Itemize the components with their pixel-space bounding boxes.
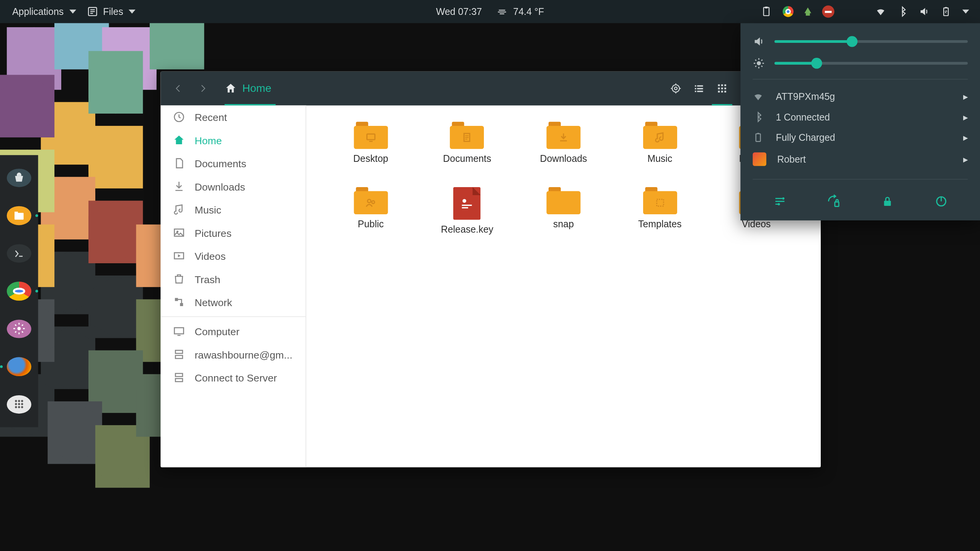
dock-app-grid[interactable] [7,395,31,414]
lock-button[interactable] [877,192,897,211]
clock[interactable]: Wed 07:37 [436,6,482,17]
applications-menu[interactable]: Applications [12,6,76,17]
volume-slider-row [753,35,968,47]
file-item[interactable]: Downloads [515,122,612,187]
sidebar-item-downloads[interactable]: Downloads [161,175,306,198]
sidebar-item-pictures[interactable]: Pictures [161,221,306,244]
svg-point-13 [18,400,20,402]
svg-point-15 [15,403,17,405]
image-icon [173,227,185,239]
list-view-button[interactable] [688,77,710,100]
file-item[interactable]: Documents [419,122,515,187]
sidebar-item-trash[interactable]: Trash [161,267,306,290]
settings-button[interactable] [770,192,789,211]
file-item[interactable]: snap [515,187,612,253]
file-item[interactable]: Public [323,187,419,253]
file-item[interactable]: Release.key [419,187,515,253]
file-manager-window: Home Recent Home Documents Downloads Mus… [161,72,821,468]
files-menu[interactable]: Files [87,6,136,17]
dock-files[interactable] [7,206,31,225]
sidebar-item-recent[interactable]: Recent [161,106,306,129]
server-icon [173,348,185,360]
applications-label: Applications [12,6,64,17]
svg-rect-49 [178,335,181,336]
file-label: snap [553,218,574,229]
svg-rect-28 [697,91,703,92]
wifi-icon [753,91,765,102]
rotation-lock-button[interactable] [824,192,843,211]
weather-icon [497,6,508,17]
battery-icon[interactable] [941,6,951,17]
sidebar-item-network[interactable]: Network [161,290,306,313]
forward-button[interactable] [193,79,212,98]
dock-terminal[interactable] [7,244,31,263]
no-entry-icon[interactable] [822,5,835,18]
brightness-slider[interactable] [774,62,968,65]
sidebar: Recent Home Documents Downloads Music Pi… [161,106,306,468]
svg-rect-53 [175,378,183,381]
sidebar-item-videos[interactable]: Videos [161,244,306,267]
svg-rect-71 [835,202,838,207]
svg-rect-31 [724,84,726,86]
chevron-right-icon: ▸ [963,132,968,143]
svg-point-19 [18,406,20,408]
server-icon [173,372,185,384]
back-button[interactable] [169,79,188,98]
svg-rect-64 [657,199,663,206]
chevron-down-icon[interactable] [962,10,969,14]
file-item[interactable]: Music [612,122,708,187]
location-button[interactable] [664,77,687,100]
svg-point-60 [372,201,374,204]
folder-icon [450,122,484,149]
sidebar-item-connect-server[interactable]: Connect to Server [161,366,306,389]
breadcrumb-home[interactable]: Home [225,72,271,106]
svg-rect-48 [175,328,184,334]
svg-rect-54 [367,134,375,140]
file-label: Templates [638,218,681,229]
chrome-tray-icon[interactable] [782,6,793,17]
svg-rect-26 [697,88,703,90]
dock-firefox[interactable] [7,357,31,376]
user-menu-item[interactable]: Robert▸ [753,148,968,171]
svg-rect-7 [945,7,947,8]
dock-settings[interactable] [7,320,31,338]
sidebar-item-music[interactable]: Music [161,198,306,221]
files-icon [87,6,98,17]
download-icon [173,180,185,192]
grid-view-button[interactable] [710,77,733,100]
clipboard-icon[interactable] [761,6,772,17]
wifi-menu-item[interactable]: ATT9PXm45g▸ [753,86,968,107]
file-item[interactable]: Templates [612,187,708,253]
battery-menu-item[interactable]: Fully Charged▸ [753,127,968,147]
bluetooth-icon[interactable] [897,6,908,17]
volume-icon[interactable] [919,6,929,17]
svg-rect-33 [721,88,723,90]
sidebar-item-home[interactable]: Home [161,129,306,152]
volume-slider[interactable] [774,40,968,43]
file-item[interactable]: Desktop [323,122,419,187]
svg-rect-10 [19,256,23,257]
brightness-icon [753,57,765,69]
sidebar-item-computer[interactable]: Computer [161,320,306,343]
power-button[interactable] [931,192,951,211]
key-file-icon [454,187,481,220]
svg-rect-62 [462,205,472,206]
folder-icon [643,187,677,214]
tray-icon[interactable] [804,8,811,16]
sidebar-item-documents[interactable]: Documents [161,152,306,174]
svg-rect-3 [90,13,93,14]
sidebar-item-remote[interactable]: rawashbourne@gm... [161,343,306,366]
dock-software[interactable] [7,169,31,187]
dock-chrome[interactable] [7,282,31,300]
svg-rect-35 [718,91,720,93]
bluetooth-menu-item[interactable]: 1 Connected▸ [753,107,968,127]
svg-rect-27 [695,91,696,92]
user-avatar-icon [753,152,766,166]
breadcrumb-label: Home [242,82,271,95]
svg-rect-9 [15,212,18,213]
wifi-icon[interactable] [875,6,886,17]
trash-icon [173,273,185,285]
weather-indicator[interactable]: 74.4 °F [497,6,544,17]
svg-rect-36 [721,91,723,93]
dock [0,155,38,427]
